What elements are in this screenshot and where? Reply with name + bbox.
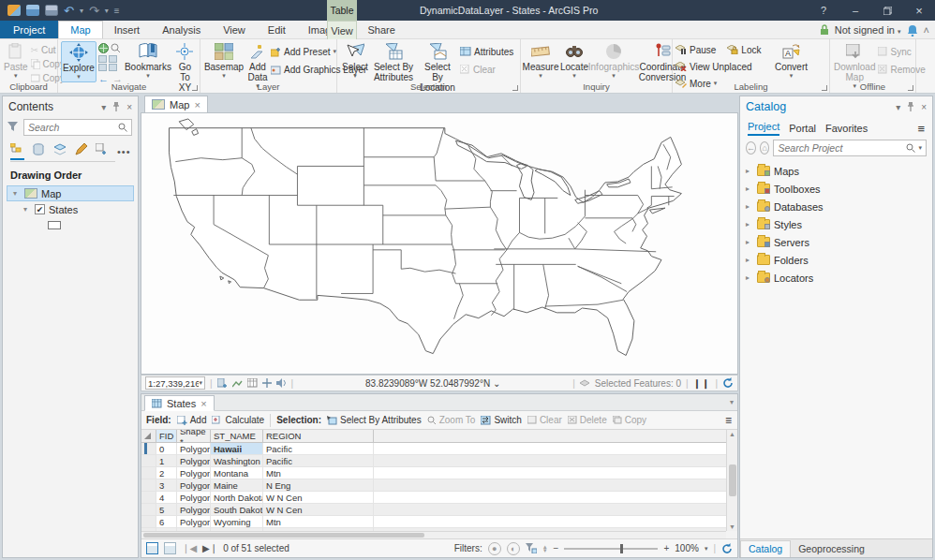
list-by-data-source-icon[interactable] [33, 143, 45, 160]
map-canvas[interactable] [141, 112, 738, 375]
bottom-tab-catalog[interactable]: Catalog [740, 540, 791, 557]
delete-selection-button[interactable]: Delete [568, 415, 607, 425]
list-by-drawing-order-icon[interactable] [10, 143, 24, 160]
list-by-selection-icon[interactable] [53, 143, 67, 160]
table-row[interactable]: 0 Polygon Hawaii Pacific [141, 443, 737, 455]
collapse-ribbon-icon[interactable]: ˄ [924, 24, 929, 36]
label-lock-button[interactable]: Lock [727, 43, 761, 56]
range-filter-icon[interactable]: ◐ [507, 542, 520, 555]
map-scale-input[interactable] [148, 378, 199, 389]
table-tab-menu-icon[interactable]: ▾ [730, 398, 734, 406]
catalog-tab-project[interactable]: Project [748, 121, 779, 136]
map-view-tab[interactable]: Map × [144, 96, 208, 112]
fixed-zoom-in-icon[interactable] [111, 43, 121, 53]
contents-pin-icon[interactable] [112, 102, 120, 111]
paste-button[interactable]: Paste▾ [3, 41, 29, 81]
zoom-level[interactable]: 100% [675, 543, 699, 553]
home-icon[interactable]: ⌂ [760, 141, 769, 155]
column-header-region[interactable]: REGION [263, 430, 374, 442]
table-tab-close-icon[interactable]: × [200, 398, 206, 409]
slider-handle[interactable] [620, 544, 623, 553]
table-horizontal-scrollbar[interactable] [141, 531, 726, 538]
catalog-item-servers[interactable]: ▸Servers [740, 233, 932, 251]
tree-item-states-symbol[interactable] [7, 217, 134, 233]
catalog-item-folders[interactable]: ▸Folders [740, 251, 932, 269]
table-view-icon[interactable] [146, 542, 158, 554]
back-arrow-icon[interactable]: ← [746, 141, 756, 155]
time-filter-icon[interactable]: ● [488, 542, 501, 555]
select-by-attributes-button[interactable]: Select By Attributes [372, 41, 415, 83]
search-icon[interactable] [118, 123, 127, 132]
attributes-button[interactable]: Attributes [460, 45, 513, 58]
help-button[interactable]: ? [808, 0, 839, 21]
minimize-button[interactable]: – [839, 0, 871, 21]
undo-icon[interactable]: ↶ [64, 5, 74, 17]
switch-selection-button[interactable]: Switch [481, 415, 521, 425]
map-tab-close-icon[interactable]: × [194, 99, 200, 111]
tab-contextual-view[interactable]: View [327, 21, 357, 39]
explore-button[interactable]: Explore▾ [61, 41, 96, 82]
last-record-icon[interactable]: ▶❘ [202, 543, 217, 553]
sign-in-status[interactable]: Not signed in ▾ [835, 24, 901, 36]
table-vertical-scrollbar[interactable]: ▲▼ [726, 430, 737, 531]
table-row[interactable]: 3 Polygon Maine N Eng [141, 479, 737, 492]
full-extent-icon[interactable] [98, 43, 109, 53]
catalog-close-icon[interactable]: × [921, 102, 927, 112]
zoom-in-icon[interactable]: + [663, 543, 669, 553]
tab-insert[interactable]: Insert [103, 21, 152, 38]
catalog-tab-portal[interactable]: Portal [789, 123, 816, 134]
zoom-to-button[interactable]: Zoom To [427, 415, 476, 425]
undo-dropdown-icon[interactable]: ▾ [80, 7, 83, 15]
table-row[interactable]: 6 Polygon Wyoming Mtn [141, 516, 737, 528]
refresh-table-icon[interactable] [721, 543, 733, 554]
restore-button[interactable] [871, 0, 903, 21]
add-point-icon[interactable] [262, 378, 272, 388]
table-row[interactable]: 2 Polygon Montana Mtn [141, 467, 737, 479]
catalog-item-databases[interactable]: ▸Databases [740, 198, 932, 215]
contents-menu-icon[interactable]: ▾ [101, 102, 106, 112]
locate-button[interactable]: Locate▾ [559, 41, 589, 81]
table-select-by-attributes-button[interactable]: Select By Attributes [327, 415, 422, 425]
copy-rows-button[interactable]: Copy [613, 415, 646, 425]
view-unplaced-button[interactable]: View Unplaced [675, 60, 761, 73]
search-icon[interactable] [906, 143, 915, 153]
catalog-pin-icon[interactable] [907, 102, 914, 111]
table-row[interactable]: 1 Polygon Washington Pacific [141, 455, 737, 467]
redo-icon[interactable]: ↷ [89, 5, 99, 17]
clear-selection-button[interactable]: Clear [460, 63, 513, 76]
polygon-symbol-swatch[interactable] [48, 221, 61, 229]
layer-visibility-checkbox[interactable]: ✔ [35, 204, 45, 214]
column-header-st-name[interactable]: ST_NAME [211, 430, 263, 442]
animation-icon[interactable] [232, 378, 243, 389]
form-view-icon[interactable] [164, 542, 176, 554]
expander-icon[interactable]: ▾ [13, 189, 21, 198]
active-cell[interactable]: Hawaii [211, 443, 263, 454]
table-row[interactable]: 4 Polygon North Dakota W N Cen [141, 492, 737, 504]
remove-button[interactable]: Remove [878, 63, 925, 76]
new-project-icon[interactable] [7, 5, 21, 16]
catalog-item-maps[interactable]: ▸Maps [740, 162, 932, 180]
list-by-snapping-icon[interactable] [96, 143, 109, 160]
show-selected-filter-icon[interactable] [526, 543, 537, 553]
tab-project[interactable]: Project [0, 21, 58, 38]
tree-item-states-layer[interactable]: ▾ ✔ States [7, 201, 134, 217]
tab-share[interactable]: Share [357, 21, 407, 38]
filter-funnel-icon[interactable] [7, 122, 19, 132]
catalog-hamburger-icon[interactable]: ≡ [917, 122, 925, 136]
pause-drawing-icon[interactable]: ❙❙ [693, 378, 711, 389]
grid-corner[interactable] [141, 430, 156, 442]
tab-edit[interactable]: Edit [257, 21, 297, 38]
bookmarks-button[interactable]: Bookmarks▾ [125, 41, 171, 81]
tab-map[interactable]: Map [58, 21, 102, 38]
audio-icon[interactable] [276, 378, 287, 388]
redo-dropdown-icon[interactable]: ▾ [105, 7, 109, 15]
basemap-button[interactable]: Basemap▾ [203, 41, 245, 81]
table-menu-icon[interactable]: ≡ [725, 414, 732, 427]
notifications-bell-icon[interactable] [907, 24, 918, 37]
label-pause-button[interactable]: Pause [675, 43, 716, 56]
measure-button[interactable]: Measure▾ [524, 41, 557, 81]
zoom-extent-icons[interactable] [98, 55, 123, 71]
open-project-icon[interactable] [26, 5, 39, 16]
list-by-editing-icon[interactable] [75, 143, 87, 160]
catalog-tab-favorites[interactable]: Favorites [825, 123, 868, 134]
